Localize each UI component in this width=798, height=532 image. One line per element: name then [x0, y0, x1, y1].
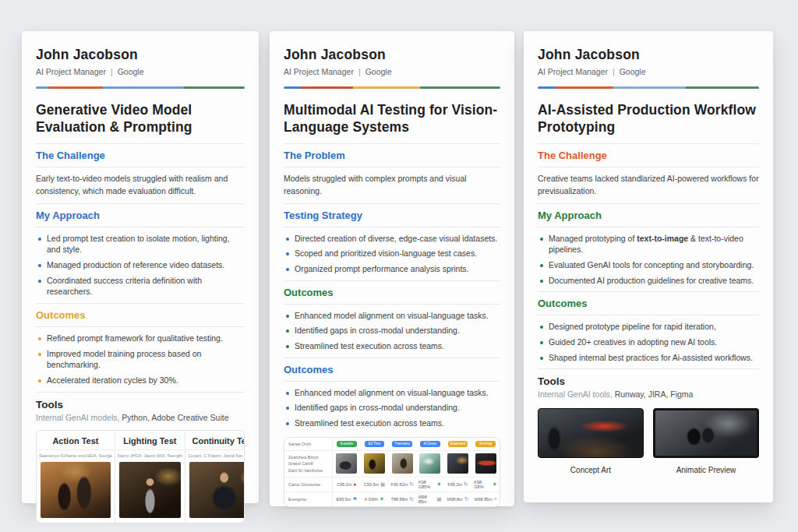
- section-text: Models struggled with complex prompts an…: [284, 173, 500, 198]
- divider-line: [36, 167, 245, 167]
- role-title: AI Project Manager: [538, 67, 608, 76]
- case-study-card-generative-video: John Jacobson AI Project Manager|Google …: [22, 31, 259, 503]
- section-heading: The Challenge: [538, 150, 759, 161]
- role-title: AI Project Manager: [36, 67, 106, 76]
- divider-segment: [284, 86, 301, 89]
- company-name: Google: [118, 67, 144, 76]
- bullet-item: Shaped internal best practices for Ai-as…: [538, 352, 759, 364]
- section-text: Early text-to-video models struggled wit…: [36, 173, 245, 198]
- divider-line: [284, 381, 500, 382]
- status-pill: Elsamand: [448, 441, 468, 447]
- divider-line: [284, 143, 500, 144]
- tools-list: Internal GenAI tools, Runway, JIRA, Figm…: [538, 389, 759, 399]
- divider-line: [538, 368, 759, 369]
- gallery-column-header: Continuity Test: [185, 431, 245, 450]
- status-dot-icon: ●: [353, 482, 356, 488]
- company-name: Google: [620, 67, 646, 76]
- metric-value: M98 85m: [475, 497, 493, 502]
- bullet-item: Enhanced model alignment on visual-langu…: [284, 310, 500, 322]
- funnel-icon: ▼: [493, 482, 497, 488]
- bullet-bold-text: text-to-image: [637, 234, 688, 243]
- tools-muted-part: Internal GenAI tools,: [538, 389, 613, 399]
- dashboard-metric-row: Camp Glunturise C95.2m● C93.5m▦ F90 82m↻…: [284, 477, 500, 491]
- divider-line: [284, 280, 500, 281]
- result-thumbnail: [392, 453, 413, 474]
- divider-line: [538, 227, 759, 227]
- media-preview-row: Concept Art Animatic Preview: [538, 408, 759, 474]
- role-title: AI Project Manager: [284, 67, 354, 76]
- status-pill: Amrinay: [475, 441, 496, 447]
- metric-value: F90 82m: [391, 482, 408, 487]
- divider-line: [36, 203, 245, 204]
- bullet-item: Refined prompt framework for qualitative…: [36, 333, 245, 344]
- bullet-item: Enhanced model alignment on visual-langu…: [284, 387, 500, 399]
- section-heading: Outcomes: [36, 309, 245, 321]
- media-caption: Concept Art: [570, 466, 611, 474]
- bullet-list: Designed prototype pipeline for rapid it…: [538, 321, 759, 363]
- metric-value: K98, G8%: [474, 480, 490, 489]
- bullet-item: Directed creation of diverse, edge-case …: [284, 233, 500, 245]
- plus-icon: +: [494, 497, 497, 502]
- divider-segment: [556, 86, 613, 89]
- result-thumbnail: [336, 453, 357, 474]
- bullet-item: Managed production of reference video da…: [36, 259, 245, 271]
- divider-segment: [103, 86, 185, 89]
- media-caption: Animatic Preview: [676, 466, 736, 474]
- section-heading: My Approach: [36, 210, 245, 221]
- case-study-card-multimodal-testing: John Jacobson AI Project Manager|Google …: [270, 31, 514, 506]
- gallery-column-caption: Namy JHGA: Jaemt WIA, Teenght: [115, 450, 185, 461]
- continuity-test-photo: [189, 462, 245, 518]
- bullet-list: Refined prompt framework for qualitative…: [36, 333, 245, 386]
- status-pill: Tramsany: [392, 441, 412, 447]
- divider-line: [284, 203, 500, 204]
- dashboard-row-label: Everginte: [284, 492, 333, 506]
- metric-value: K98 G85%: [418, 480, 435, 489]
- metric-value: 4 G9%: [365, 497, 378, 502]
- divider-line: [284, 167, 500, 167]
- dashboard-row-label: Zearchea Bitrys Snatof Camfl Danl Sr-Van…: [284, 451, 333, 477]
- bullet-list: Directed creation of diverse, edge-case …: [284, 233, 500, 275]
- bullet-list: Enhanced model alignment on visual-langu…: [284, 387, 500, 429]
- section-the-challenge: The Challenge Early text-to-video models…: [36, 150, 245, 204]
- divider-line: [284, 227, 500, 227]
- metric-value: M98 85m: [418, 495, 436, 504]
- section-heading: Testing Strategy: [284, 210, 500, 221]
- bullet-item: Scoped and prioritized vision-language t…: [284, 248, 500, 259]
- divider-line: [36, 227, 245, 227]
- divider-line: [538, 203, 759, 204]
- tools-heading: Tools: [36, 399, 245, 410]
- result-thumbnail: [364, 453, 385, 474]
- metric-value: T88 88m: [391, 497, 408, 502]
- dashboard-thumbnail-row: Zearchea Bitrys Snatof Camfl Danl Sr-Van…: [284, 450, 500, 477]
- grid-icon: ▦: [380, 482, 385, 488]
- tools-heading: Tools: [538, 375, 759, 387]
- divider-segment: [36, 86, 48, 89]
- gallery-column-action-test: Action Test Saamsnye FoName smd kEIA, Ss…: [37, 431, 115, 523]
- section-outcomes: Outcomes Designed prototype pipeline for…: [538, 298, 759, 369]
- test-gallery-table: Action Test Saamsnye FoName smd kEIA, Ss…: [36, 430, 245, 523]
- status-pill: M Dests: [420, 441, 440, 447]
- separator: |: [111, 67, 113, 76]
- bullet-list: Enhanced model alignment on visual-langu…: [284, 310, 500, 352]
- divider-line: [538, 143, 759, 144]
- test-results-dashboard: Sanas Orch Avasible Ed Tivis Tramsany M …: [284, 437, 500, 507]
- divider-line: [538, 167, 759, 167]
- divider-line: [36, 143, 245, 144]
- status-pill: Avasible: [337, 441, 357, 447]
- section-the-challenge: The Challenge Creative teams lacked stan…: [538, 150, 759, 204]
- role-line: AI Project Manager|Google: [284, 67, 500, 76]
- bullet-item: Led prompt test creation to isolate moti…: [36, 233, 245, 255]
- section-heading: Outcomes: [538, 298, 759, 309]
- bullet-item: Identified gaps in cross-modal understan…: [284, 402, 500, 414]
- divider-line: [284, 304, 500, 305]
- animatic-preview-photo: [653, 408, 759, 458]
- gallery-column-header: Action Test: [37, 431, 115, 450]
- status-pill: Ed Tivis: [365, 441, 385, 447]
- divider-segment: [538, 86, 556, 89]
- divider-segment: [184, 86, 245, 89]
- refresh-icon: ↻: [409, 482, 413, 488]
- brand-color-divider: [284, 86, 500, 89]
- tools-rest-part: Runway, JIRA, Figma: [613, 389, 694, 399]
- bullet-item: Improved model training process based on…: [36, 348, 245, 371]
- gallery-column-caption: Saamsnye FoName smd kEIA, Ssurgk: [37, 450, 115, 461]
